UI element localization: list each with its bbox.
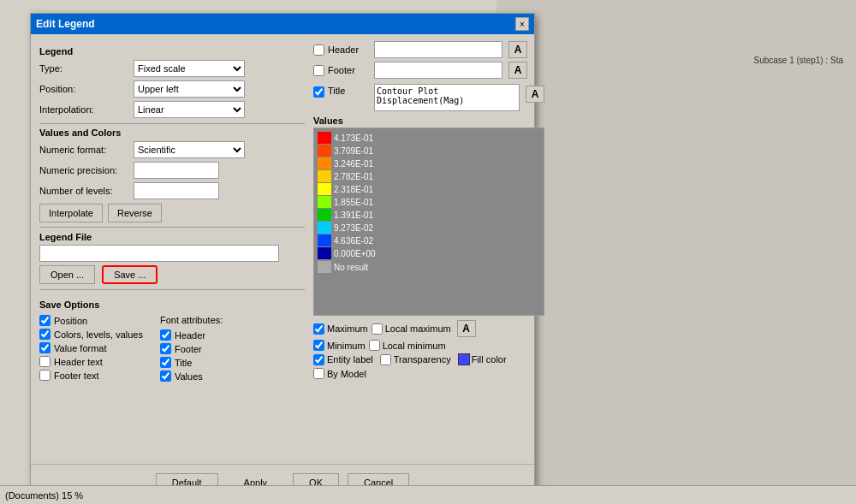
- value-text-8: 4.636E-02: [334, 236, 373, 246]
- footer-text-option-label: Footer text: [54, 371, 99, 381]
- footer-text-option: Footer text: [39, 370, 143, 381]
- interpolation-label: Interpolation:: [39, 104, 134, 115]
- position-label: Position:: [39, 84, 134, 94]
- color-swatch-2: [318, 157, 331, 169]
- legend-file-input[interactable]: D:/temp/mylegend.tcl: [39, 245, 279, 262]
- colors-option: Colors, levels, values: [39, 329, 143, 340]
- title-textarea[interactable]: Contour Plot Displacement(Mag): [374, 84, 520, 111]
- footer-input[interactable]: [374, 62, 502, 79]
- local-min-option: Local minimum: [369, 340, 446, 351]
- no-result-swatch: [318, 261, 331, 273]
- header-text-option-label: Header text: [54, 357, 103, 367]
- colors-checkbox[interactable]: [39, 329, 51, 340]
- colors-option-label: Colors, levels, values: [54, 329, 143, 340]
- color-swatch-4: [318, 183, 331, 195]
- footer-enabled-checkbox[interactable]: [313, 65, 324, 76]
- maximum-checkbox[interactable]: [313, 323, 324, 335]
- value-text-1: 3.709E-01: [334, 146, 373, 156]
- color-swatch-8: [318, 234, 331, 246]
- numeric-format-label: Numeric format:: [39, 145, 134, 155]
- title-enabled-checkbox[interactable]: [313, 86, 324, 98]
- header-enabled-checkbox[interactable]: [313, 44, 324, 56]
- entity-label-option: Entity label: [313, 354, 373, 365]
- position-checkbox[interactable]: [39, 315, 51, 326]
- status-text: (Documents) 15 %: [5, 490, 83, 501]
- transparency-checkbox[interactable]: [380, 354, 391, 365]
- interpolation-select[interactable]: Linear: [134, 101, 245, 118]
- header-input[interactable]: [374, 41, 502, 58]
- title-font-button[interactable]: A: [526, 86, 544, 103]
- values-font-label: Values: [175, 371, 203, 382]
- values-section: 4.173E-01 3.709E-01 3.246E-01 2.782E-01 …: [313, 127, 544, 316]
- close-button[interactable]: ×: [515, 17, 529, 31]
- local-max-checkbox[interactable]: [372, 323, 383, 335]
- value-text-3: 2.782E-01: [334, 172, 373, 181]
- interpolate-button[interactable]: Interpolate: [39, 204, 103, 222]
- minimum-label: Minimum: [327, 341, 366, 351]
- footer-font-button[interactable]: A: [508, 62, 527, 79]
- position-option-label: Position: [54, 316, 87, 326]
- transparency-option: Transparency: [380, 354, 451, 365]
- footer-font-option: Footer: [160, 343, 223, 354]
- minimum-option: Minimum: [313, 340, 366, 351]
- options-row-2: Minimum Local minimum: [313, 340, 544, 351]
- by-model-checkbox[interactable]: [313, 368, 324, 379]
- numeric-precision-input[interactable]: 3: [134, 162, 219, 179]
- value-text-5: 1.855E-01: [334, 198, 373, 207]
- type-label: Type:: [39, 63, 134, 74]
- value-row-7: 9.273E-02: [318, 222, 540, 234]
- values-section-label: Values: [313, 116, 544, 126]
- footer-text-checkbox[interactable]: [39, 370, 51, 381]
- header-font-button[interactable]: A: [508, 41, 527, 58]
- local-min-checkbox[interactable]: [369, 340, 380, 351]
- header-text-checkbox[interactable]: [39, 356, 51, 367]
- minimum-checkbox[interactable]: [313, 340, 324, 351]
- header-font-option: Header: [160, 329, 223, 341]
- value-row-4: 2.318E-01: [318, 183, 540, 195]
- value-text-0: 4.173E-01: [334, 133, 373, 143]
- dialog-body: Legend Type: Fixed scale Position: Upper…: [31, 34, 534, 469]
- num-levels-label: Number of levels:: [39, 186, 134, 196]
- color-swatch-3: [318, 170, 331, 182]
- dialog-titlebar: Edit Legend ×: [31, 14, 534, 34]
- interpolate-reverse-row: Interpolate Reverse: [39, 204, 305, 222]
- numeric-precision-label: Numeric precision:: [39, 165, 134, 175]
- header-font-checkbox[interactable]: [160, 329, 171, 341]
- save-options: Position Colors, levels, values Value fo…: [39, 315, 305, 382]
- title-font-checkbox[interactable]: [160, 357, 171, 368]
- value-text-2: 3.246E-01: [334, 159, 373, 169]
- header-font-label: Header: [175, 330, 205, 341]
- by-model-label: By Model: [327, 369, 366, 379]
- title-font-option: Title: [160, 357, 223, 368]
- footer-label: Footer: [328, 65, 371, 75]
- values-font-checkbox[interactable]: [160, 371, 171, 382]
- color-swatch-5: [318, 196, 331, 208]
- footer-font-label: Footer: [175, 344, 202, 354]
- right-panel: Subcase 1 (step1) : Sta ⬇ 📊 🔧 🔍 ⚙ ✎ ▶ 📋 …: [496, 0, 856, 504]
- numeric-format-select[interactable]: Scientific: [134, 141, 245, 158]
- edit-legend-dialog: Edit Legend × Legend Type: Fixed scale P…: [30, 13, 535, 501]
- value-format-option-label: Value format: [54, 343, 107, 353]
- position-option: Position: [39, 315, 143, 326]
- type-select[interactable]: Fixed scale: [134, 60, 245, 77]
- values-font-btn[interactable]: A: [457, 320, 476, 337]
- value-format-checkbox[interactable]: [39, 342, 51, 353]
- reverse-button[interactable]: Reverse: [108, 204, 162, 222]
- value-row-6: 1.391E-01: [318, 209, 540, 221]
- legend-file-label: Legend File: [39, 232, 305, 242]
- save-file-button[interactable]: Save ...: [102, 265, 158, 284]
- value-text-7: 9.273E-02: [334, 223, 373, 233]
- model-label: Subcase 1 (step1) : Sta: [753, 56, 843, 65]
- transparency-label: Transparency: [394, 354, 451, 365]
- font-attributes-label: Font attributes:: [160, 315, 223, 325]
- position-select[interactable]: Upper left: [134, 80, 245, 98]
- fill-color-swatch: [458, 353, 470, 365]
- open-file-button[interactable]: Open ...: [39, 265, 95, 284]
- num-levels-input[interactable]: 9: [134, 182, 219, 199]
- footer-font-checkbox[interactable]: [160, 343, 171, 354]
- options-row-3: Entity label Transparency Fill color: [313, 353, 544, 365]
- color-swatch-0: [318, 132, 331, 144]
- numeric-precision-row: Numeric precision: 3: [39, 162, 305, 179]
- entity-label-checkbox[interactable]: [313, 354, 324, 365]
- value-row-2: 3.246E-01: [318, 157, 540, 169]
